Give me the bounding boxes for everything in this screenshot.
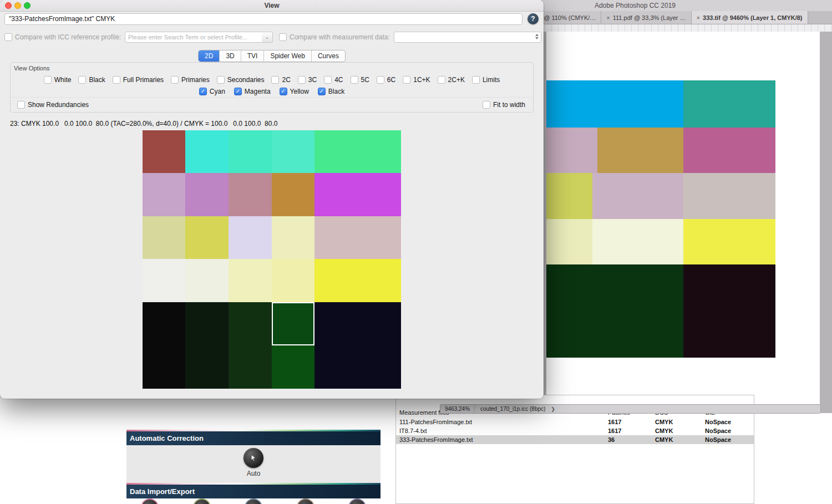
checkbox-box-icon[interactable] [4, 33, 12, 41]
color-patch[interactable] [143, 216, 185, 259]
checkbox-box-icon[interactable] [271, 76, 279, 84]
checkbox-box-icon[interactable] [324, 76, 332, 84]
mode-tab-tvi[interactable]: TVI [241, 50, 265, 62]
checkbox-2c[interactable]: 2C [271, 75, 290, 84]
tab-close-icon[interactable]: × [606, 14, 610, 21]
import-export-tool-icon[interactable] [245, 498, 262, 504]
measurement-file-row[interactable]: IT8.7-4.txt1617CMYKNoSpace [396, 426, 754, 435]
mode-tab-curves[interactable]: Curves [312, 50, 345, 62]
checkbox-secondaries[interactable]: Secondaries [217, 75, 265, 84]
checkbox-full-primaries[interactable]: Full Primaries [113, 75, 164, 84]
checkbox-limits[interactable]: Limits [472, 75, 500, 84]
tab-close-icon[interactable]: × [697, 14, 700, 21]
checkbox-4c[interactable]: 4C [324, 75, 343, 84]
color-patch[interactable] [229, 345, 272, 389]
checkbox-box-icon[interactable] [113, 76, 120, 84]
checkbox-6c[interactable]: 6C [377, 75, 395, 84]
import-export-tool-icon[interactable] [297, 498, 314, 504]
measurement-data-dropdown[interactable] [394, 32, 541, 43]
checkbox-primaries[interactable]: Primaries [171, 75, 210, 84]
checkbox-box-icon[interactable] [171, 76, 179, 84]
color-patch[interactable] [185, 259, 229, 302]
color-patch[interactable] [185, 302, 229, 345]
show-redundancies-checkbox[interactable]: Show Redundancies [17, 100, 89, 109]
color-patch[interactable] [272, 216, 314, 259]
color-patch[interactable] [143, 130, 185, 173]
import-export-tool-icon[interactable] [348, 498, 366, 504]
color-patch[interactable] [272, 345, 314, 389]
checkbox-1c-k[interactable]: 1C+K [403, 75, 430, 84]
checkbox-box-icon[interactable] [438, 76, 445, 84]
checkbox-5c[interactable]: 5C [351, 75, 369, 84]
help-button[interactable]: ? [527, 13, 539, 24]
color-patch[interactable] [143, 173, 185, 216]
measurement-file-row[interactable]: 333-PatchesFromImage.txt36CMYKNoSpace [396, 435, 754, 444]
document-tab[interactable]: ×333.tif @ 9460% (Layer 1, CMYK/8) [692, 11, 808, 24]
checkbox-box-icon[interactable] [217, 76, 225, 84]
checkbox-box-icon[interactable] [17, 101, 25, 109]
color-patch[interactable] [229, 259, 272, 302]
color-patch[interactable] [229, 216, 272, 259]
profile-dropdown-button[interactable]: ⌄ [262, 32, 273, 43]
color-patch[interactable] [314, 302, 401, 345]
document-tab[interactable]: ×111.pdf @ 33,3% (Layer … [601, 11, 691, 24]
checkbox-box-icon[interactable]: ✓ [280, 88, 287, 95]
checkbox-black[interactable]: ✓Black [318, 87, 344, 96]
icc-profile-checkbox[interactable]: Compare with ICC reference profile: [4, 33, 121, 42]
checkbox-box-icon[interactable] [483, 101, 490, 109]
mode-tab-3d[interactable]: 3D [220, 50, 241, 62]
color-patch[interactable] [229, 173, 272, 216]
checkbox-box-icon[interactable] [377, 76, 384, 84]
color-patch[interactable] [272, 130, 314, 173]
checkbox-box-icon[interactable] [472, 76, 480, 84]
color-patch[interactable] [314, 130, 401, 173]
close-button[interactable] [5, 2, 12, 9]
view-window-titlebar[interactable]: View [0, 0, 544, 12]
color-patch[interactable] [314, 259, 401, 302]
checkbox-box-icon[interactable] [298, 76, 306, 84]
color-patch[interactable] [143, 259, 185, 302]
minimize-button[interactable] [14, 2, 21, 9]
mode-tab-spider-web[interactable]: Spider Web [264, 50, 311, 62]
color-patch[interactable] [229, 130, 272, 173]
color-patch[interactable] [272, 259, 314, 302]
color-patch[interactable] [314, 345, 401, 389]
color-patch[interactable] [185, 216, 229, 259]
color-patch[interactable] [272, 302, 314, 345]
checkbox-cyan[interactable]: ✓Cyan [199, 87, 225, 96]
checkbox-box-icon[interactable] [279, 33, 287, 41]
section-header-data-import-export[interactable]: Data Import/Export [126, 483, 381, 498]
checkbox-3c[interactable]: 3C [298, 75, 317, 84]
profile-search-input[interactable]: Please enter Search Term or select Profi… [125, 32, 262, 43]
color-patch[interactable] [185, 345, 229, 389]
checkbox-yellow[interactable]: ✓Yellow [280, 87, 309, 96]
checkbox-box-icon[interactable]: ✓ [234, 88, 242, 95]
color-patch[interactable] [185, 173, 229, 216]
mode-tab-2d[interactable]: 2D [199, 50, 220, 62]
color-patch[interactable] [314, 173, 401, 216]
section-header-automatic-correction[interactable]: Automatic Correction [126, 430, 381, 445]
checkbox-box-icon[interactable]: ✓ [199, 88, 207, 95]
color-patch[interactable] [185, 130, 229, 173]
chevron-right-icon[interactable]: ❯ [551, 406, 555, 412]
checkbox-black[interactable]: Black [78, 75, 105, 84]
import-export-tool-icon[interactable] [141, 498, 159, 504]
auto-button[interactable] [243, 448, 263, 468]
zoom-window-button[interactable] [24, 2, 31, 9]
color-patch[interactable] [229, 302, 272, 345]
import-export-tool-icon[interactable] [193, 498, 211, 504]
checkbox-white[interactable]: White [44, 75, 72, 84]
color-patch[interactable] [143, 345, 185, 389]
checkbox-box-icon[interactable] [44, 76, 52, 84]
checkbox-box-icon[interactable] [403, 76, 410, 84]
source-file-combobox[interactable]: "333-PatchesFromImage.txt" CMYK [4, 13, 522, 25]
checkbox-2c-k[interactable]: 2C+K [438, 75, 465, 84]
measurement-data-checkbox[interactable]: Compare with measurement data: [279, 33, 390, 42]
checkbox-box-icon[interactable]: ✓ [318, 88, 326, 95]
color-patch[interactable] [143, 302, 185, 345]
checkbox-magenta[interactable]: ✓Magenta [234, 87, 271, 96]
color-patch[interactable] [272, 173, 314, 216]
measurement-file-row[interactable]: 111-PatchesFromImage.txt1617CMYKNoSpace [396, 418, 754, 426]
fit-to-width-checkbox[interactable]: Fit to width [483, 100, 525, 109]
checkbox-box-icon[interactable] [78, 76, 86, 84]
